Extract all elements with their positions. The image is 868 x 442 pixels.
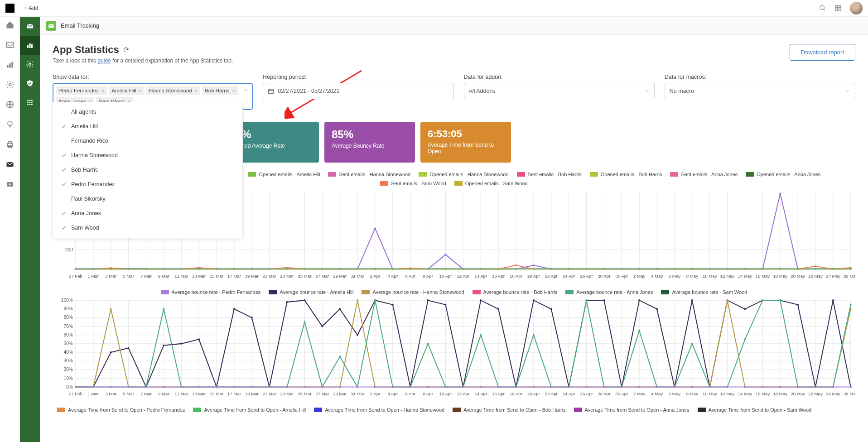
user-avatar[interactable] bbox=[850, 2, 863, 14]
addon-select[interactable]: All Addons bbox=[464, 83, 655, 99]
add-button[interactable]: + Add bbox=[24, 5, 38, 11]
svg-text:22 Apr: 22 Apr bbox=[545, 274, 558, 279]
legend-item[interactable]: Average Time from Send to Open - Amelia … bbox=[193, 407, 306, 413]
legend-item[interactable]: Average bounce rate - Sam Wood bbox=[661, 289, 747, 295]
printer-icon[interactable] bbox=[5, 140, 14, 149]
legend-item[interactable]: Average bounce rate - Hanna Stonewood bbox=[362, 289, 464, 295]
period-picker[interactable]: 02/27/2021 - 05/27/2021 bbox=[263, 83, 453, 99]
svg-point-600 bbox=[832, 386, 834, 388]
legend-item[interactable]: Opened emails - Amelia Hill bbox=[248, 172, 320, 177]
dropdown-item[interactable]: All agents bbox=[53, 105, 242, 119]
svg-text:9 Mar: 9 Mar bbox=[158, 274, 169, 279]
download-report-button[interactable]: Download report bbox=[790, 44, 855, 61]
legend-item[interactable]: Opened emails - Hanna Stonewood bbox=[419, 172, 508, 177]
agent-chip[interactable]: Pedro Fernandez× bbox=[56, 86, 107, 95]
legend-item[interactable]: Opened emails - Bob Harris bbox=[590, 172, 662, 177]
refresh-icon[interactable] bbox=[123, 47, 129, 53]
stat-label: Average Time from Send to Open bbox=[428, 142, 504, 154]
nav-shield[interactable] bbox=[20, 74, 40, 93]
legend-item[interactable]: Sent emails - Sam Wood bbox=[380, 181, 446, 186]
legend-item[interactable]: Average bounce rate - Bob Harris bbox=[473, 289, 558, 295]
svg-point-277 bbox=[286, 268, 288, 270]
legend-item[interactable]: Average Time from Send to Open - Sam Woo… bbox=[698, 407, 812, 413]
agent-chip[interactable]: Bob Harris× bbox=[202, 86, 238, 95]
svg-point-575 bbox=[392, 386, 394, 388]
svg-text:17 Mar: 17 Mar bbox=[227, 391, 241, 396]
nav-apps[interactable] bbox=[20, 93, 40, 112]
globe-icon[interactable] bbox=[5, 100, 14, 109]
dropdown-item[interactable]: Amelia Hill bbox=[53, 119, 242, 134]
svg-point-532 bbox=[427, 343, 429, 345]
svg-text:21 Mar: 21 Mar bbox=[263, 391, 277, 396]
legend-item[interactable]: Opened emails - Sam Wood bbox=[454, 181, 528, 186]
bulb-icon[interactable] bbox=[5, 120, 14, 129]
chevron-down-icon bbox=[644, 88, 650, 94]
legend-item[interactable]: Average bounce rate - Anna Jones bbox=[565, 289, 653, 295]
dropdown-item[interactable]: Pedro Fernandez bbox=[53, 177, 242, 192]
svg-rect-9 bbox=[11, 62, 13, 67]
svg-text:2 Apr: 2 Apr bbox=[370, 391, 381, 396]
svg-point-28 bbox=[31, 102, 33, 103]
svg-text:12 May: 12 May bbox=[720, 274, 735, 279]
dropdown-item[interactable]: Sam Wood bbox=[53, 221, 242, 235]
product-logo[interactable] bbox=[5, 4, 14, 13]
svg-text:23 Mar: 23 Mar bbox=[280, 391, 294, 396]
svg-text:24 May: 24 May bbox=[826, 391, 840, 396]
apps-icon[interactable] bbox=[834, 5, 842, 12]
svg-point-429 bbox=[198, 338, 200, 340]
svg-point-23 bbox=[27, 100, 29, 101]
dropdown-item[interactable]: Fernando Rico bbox=[53, 134, 242, 148]
svg-point-465 bbox=[832, 299, 834, 301]
dropdown-item[interactable]: Bob Harris bbox=[53, 163, 242, 177]
svg-text:31 Mar: 31 Mar bbox=[351, 391, 365, 396]
legend-item[interactable]: Sent emails - Bob Harris bbox=[517, 172, 582, 177]
svg-text:17 Mar: 17 Mar bbox=[227, 274, 241, 279]
legend-item[interactable]: Average Time from Send to Open - Anna Jo… bbox=[574, 407, 690, 413]
macros-select[interactable]: No macro bbox=[665, 83, 855, 99]
chip-remove-icon[interactable]: × bbox=[139, 88, 142, 93]
svg-text:90%: 90% bbox=[64, 306, 73, 311]
legend-item[interactable]: Opened emails - Anna Jones bbox=[746, 172, 820, 177]
bar-chart-icon[interactable] bbox=[5, 60, 14, 69]
dropdown-item[interactable]: Paul Sikorsky bbox=[53, 192, 242, 206]
svg-text:19 Mar: 19 Mar bbox=[245, 274, 259, 279]
nav-settings[interactable] bbox=[20, 55, 40, 74]
svg-point-517 bbox=[163, 308, 164, 310]
dropdown-item[interactable]: Hanna Stonewood bbox=[53, 148, 242, 163]
calendar-icon bbox=[268, 88, 274, 94]
agent-chip[interactable]: Hanna Stonewood× bbox=[146, 86, 200, 95]
play-card-icon[interactable] bbox=[5, 180, 14, 189]
svg-text:7 Mar: 7 Mar bbox=[140, 391, 152, 396]
legend-item[interactable]: Average bounce rate - Amelia Hill bbox=[269, 289, 353, 295]
svg-point-443 bbox=[444, 303, 446, 305]
svg-point-442 bbox=[427, 299, 429, 301]
svg-point-582 bbox=[515, 386, 517, 388]
home-icon[interactable] bbox=[5, 20, 14, 29]
svg-point-586 bbox=[586, 386, 588, 388]
svg-point-587 bbox=[603, 386, 605, 388]
chip-remove-icon[interactable]: × bbox=[195, 88, 198, 93]
guide-link[interactable]: guide bbox=[97, 58, 111, 64]
search-icon[interactable] bbox=[819, 5, 826, 12]
dropdown-item[interactable]: Anna Jones bbox=[53, 206, 242, 221]
agent-chip[interactable]: Amelia Hill× bbox=[109, 86, 145, 95]
legend-item[interactable]: Average Time from Send to Open - Pedro F… bbox=[57, 407, 185, 413]
svg-point-24 bbox=[29, 100, 31, 101]
inbox-icon[interactable] bbox=[5, 40, 14, 49]
svg-text:24 May: 24 May bbox=[826, 274, 840, 279]
svg-text:60%: 60% bbox=[64, 332, 73, 337]
legend-swatch bbox=[419, 172, 427, 177]
svg-point-455 bbox=[656, 308, 658, 310]
legend-item[interactable]: Average Time from Send to Open - Hanna S… bbox=[314, 407, 444, 413]
legend-item[interactable]: Sent emails - Hanna Stonewood bbox=[328, 172, 410, 177]
nav-mail[interactable] bbox=[20, 17, 40, 36]
legend-item[interactable]: Sent emails - Anna Jones bbox=[670, 172, 738, 177]
nav-statistics[interactable] bbox=[20, 36, 40, 55]
chip-remove-icon[interactable]: × bbox=[101, 88, 104, 93]
legend-item[interactable]: Average Time from Send to Open - Bob Har… bbox=[453, 407, 565, 413]
gear-icon[interactable] bbox=[5, 80, 14, 89]
svg-point-292 bbox=[550, 268, 552, 270]
mail-dark-icon[interactable] bbox=[5, 160, 14, 169]
legend-item[interactable]: Average bounce rate - Pedro Fernandez bbox=[161, 289, 261, 295]
chip-remove-icon[interactable]: × bbox=[232, 88, 235, 93]
